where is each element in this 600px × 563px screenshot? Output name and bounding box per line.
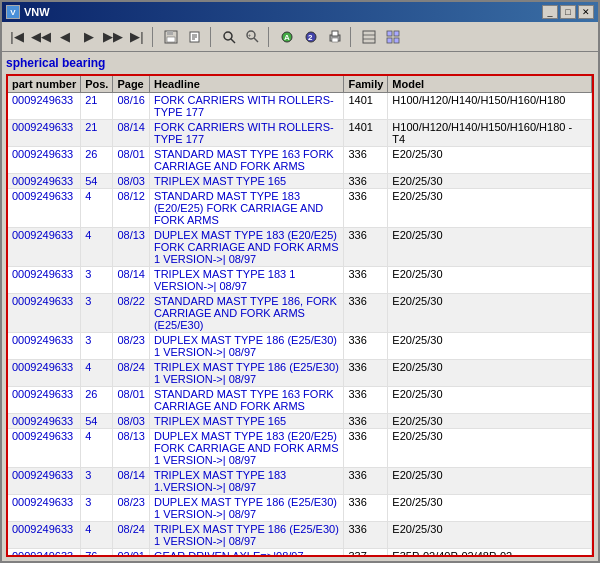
content-area: spherical bearing part number Pos. Page … — [2, 52, 598, 561]
cell-part-number: 0009249633 — [8, 294, 81, 333]
nav-next-next-button[interactable]: ▶▶ — [102, 26, 124, 48]
cell-part-number: 0009249633 — [8, 429, 81, 468]
table-row[interactable]: 0009249633408/13DUPLEX MAST TYPE 183 (E2… — [8, 228, 592, 267]
cell-model: E20/25/30 — [388, 228, 592, 267]
cell-model: H100/H120/H140/H150/H160/H180 - T4 — [388, 120, 592, 147]
cell-headline: STANDARD MAST TYPE 163 FORK CARRIAGE AND… — [149, 387, 344, 414]
cell-page: 02/01 — [113, 549, 150, 558]
cell-pos: 26 — [81, 147, 113, 174]
cell-part-number: 0009249633 — [8, 333, 81, 360]
svg-text:A: A — [284, 33, 290, 42]
table-row[interactable]: 00092496332108/16FORK CARRIERS WITH ROLL… — [8, 93, 592, 120]
nav-next-button[interactable]: ▶ — [78, 26, 100, 48]
col-part-number: part number — [8, 76, 81, 93]
cell-part-number: 0009249633 — [8, 360, 81, 387]
svg-rect-25 — [394, 38, 399, 43]
sep3 — [268, 27, 272, 47]
search2-button[interactable]: + — [242, 26, 264, 48]
cell-part-number: 0009249633 — [8, 174, 81, 189]
cell-page: 08/01 — [113, 387, 150, 414]
table-row[interactable]: 0009249633308/14TRIPLEX MAST TYPE 183 1 … — [8, 267, 592, 294]
table-row[interactable]: 0009249633308/23DUPLEX MAST TYPE 186 (E2… — [8, 333, 592, 360]
table-row[interactable]: 0009249633308/14TRIPLEX MAST TYPE 183 1.… — [8, 468, 592, 495]
table-row[interactable]: 00092496332608/01STANDARD MAST TYPE 163 … — [8, 387, 592, 414]
cell-headline: TRIPLEX MAST TYPE 165 — [149, 174, 344, 189]
save-button[interactable] — [160, 26, 182, 48]
cell-family: 336 — [344, 228, 388, 267]
toolbar: |◀ ◀◀ ◀ ▶ ▶▶ ▶| + A 2 — [2, 22, 598, 52]
cell-model: E20/25/30 — [388, 495, 592, 522]
cell-model: E20/25/30 — [388, 333, 592, 360]
cell-page: 08/24 — [113, 522, 150, 549]
minimize-button[interactable]: _ — [542, 5, 558, 19]
print-button[interactable] — [324, 26, 346, 48]
cell-page: 08/12 — [113, 189, 150, 228]
cell-family: 336 — [344, 147, 388, 174]
cell-family: 336 — [344, 414, 388, 429]
results-table-container[interactable]: part number Pos. Page Headline Family Mo… — [6, 74, 594, 557]
svg-text:2: 2 — [308, 33, 313, 42]
window-title: VNW — [24, 6, 50, 18]
table-row[interactable]: 0009249633308/23DUPLEX MAST TYPE 186 (E2… — [8, 495, 592, 522]
table-row[interactable]: 0009249633308/22STANDARD MAST TYPE 186, … — [8, 294, 592, 333]
table-row[interactable]: 00092496332608/01STANDARD MAST TYPE 163 … — [8, 147, 592, 174]
table-row[interactable]: 0009249633408/12STANDARD MAST TYPE 183 (… — [8, 189, 592, 228]
cell-page: 08/03 — [113, 414, 150, 429]
col-page: Page — [113, 76, 150, 93]
nav-prev-prev-button[interactable]: ◀◀ — [30, 26, 52, 48]
cell-page: 08/14 — [113, 120, 150, 147]
cell-family: 336 — [344, 189, 388, 228]
cell-model: H100/H120/H140/H150/H160/H180 — [388, 93, 592, 120]
cell-page: 08/23 — [113, 495, 150, 522]
cell-page: 08/24 — [113, 360, 150, 387]
cell-family: 336 — [344, 429, 388, 468]
table-row[interactable]: 00092496337602/01GEAR DRIVEN AXLE=>|08/9… — [8, 549, 592, 558]
cell-pos: 4 — [81, 228, 113, 267]
table-row[interactable]: 00092496332108/14FORK CARRIERS WITH ROLL… — [8, 120, 592, 147]
table-row[interactable]: 0009249633408/24TRIPLEX MAST TYPE 186 (E… — [8, 522, 592, 549]
sep4 — [350, 27, 354, 47]
cell-part-number: 0009249633 — [8, 387, 81, 414]
tool3-button[interactable] — [358, 26, 380, 48]
table-row[interactable]: 00092496335408/03TRIPLEX MAST TYPE 16533… — [8, 174, 592, 189]
cell-page: 08/03 — [113, 174, 150, 189]
cell-part-number: 0009249633 — [8, 495, 81, 522]
cell-pos: 3 — [81, 495, 113, 522]
cell-part-number: 0009249633 — [8, 147, 81, 174]
table-row[interactable]: 0009249633408/24TRIPLEX MAST TYPE 186 (E… — [8, 360, 592, 387]
close-button[interactable]: ✕ — [578, 5, 594, 19]
sep2 — [210, 27, 214, 47]
cell-family: 337 — [344, 549, 388, 558]
table-row[interactable]: 0009249633408/13DUPLEX MAST TYPE 183 (E2… — [8, 429, 592, 468]
tool4-button[interactable] — [382, 26, 404, 48]
cell-headline: TRIPLEX MAST TYPE 165 — [149, 414, 344, 429]
search-button[interactable] — [218, 26, 240, 48]
cell-headline: GEAR DRIVEN AXLE=>|08/97 — [149, 549, 344, 558]
cell-family: 1401 — [344, 120, 388, 147]
cell-headline: STANDARD MAST TYPE 183 (E20/E25) FORK CA… — [149, 189, 344, 228]
svg-rect-2 — [167, 37, 175, 42]
cell-pos: 3 — [81, 267, 113, 294]
cell-family: 336 — [344, 522, 388, 549]
nav-first-button[interactable]: |◀ — [6, 26, 28, 48]
nav-last-button[interactable]: ▶| — [126, 26, 148, 48]
cell-page: 08/16 — [113, 93, 150, 120]
col-family: Family — [344, 76, 388, 93]
cell-headline: STANDARD MAST TYPE 163 FORK CARRIAGE AND… — [149, 147, 344, 174]
cell-part-number: 0009249633 — [8, 93, 81, 120]
cell-model: E20/25/30 — [388, 360, 592, 387]
results-table: part number Pos. Page Headline Family Mo… — [8, 76, 592, 557]
svg-point-7 — [224, 32, 232, 40]
tool1-button[interactable]: A — [276, 26, 298, 48]
tool2-button[interactable]: 2 — [300, 26, 322, 48]
cell-page: 08/14 — [113, 267, 150, 294]
nav-prev-button[interactable]: ◀ — [54, 26, 76, 48]
cell-pos: 26 — [81, 387, 113, 414]
maximize-button[interactable]: □ — [560, 5, 576, 19]
edit-button[interactable] — [184, 26, 206, 48]
cell-part-number: 0009249633 — [8, 468, 81, 495]
col-pos: Pos. — [81, 76, 113, 93]
cell-page: 08/13 — [113, 228, 150, 267]
cell-pos: 21 — [81, 93, 113, 120]
table-row[interactable]: 00092496335408/03TRIPLEX MAST TYPE 16533… — [8, 414, 592, 429]
